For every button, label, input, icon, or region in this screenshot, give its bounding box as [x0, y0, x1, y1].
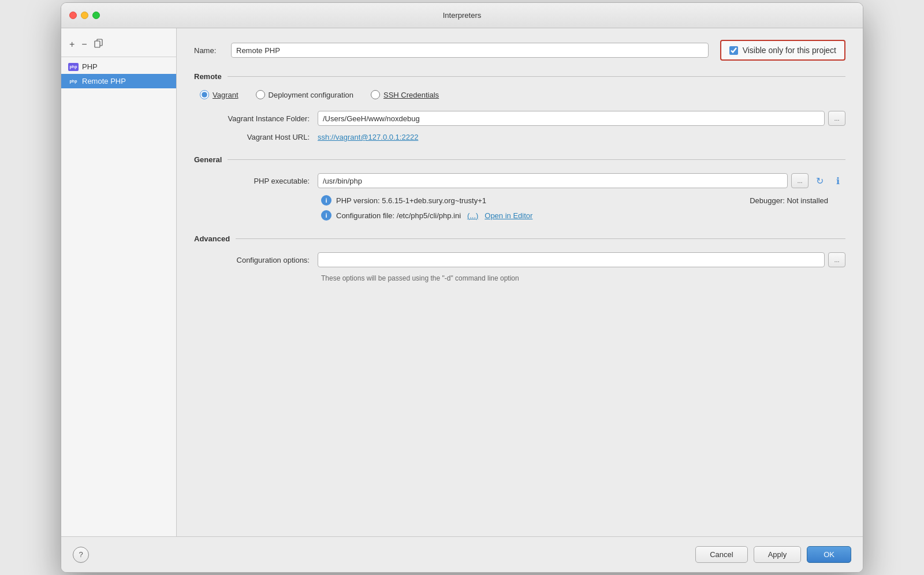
visible-only-label: Visible only for this project [743, 46, 836, 55]
advanced-section-header: Advanced [194, 234, 845, 243]
vagrant-radio[interactable] [200, 90, 209, 99]
ssh-radio-label: SSH Credentials [383, 91, 439, 99]
traffic-lights [69, 12, 100, 19]
visible-only-checkbox[interactable] [729, 46, 738, 55]
php-executable-input[interactable]: /usr/bin/php [318, 173, 788, 188]
sidebar-item-php-label: PHP [82, 62, 98, 71]
config-options-row: Configuration options: ... [194, 252, 845, 267]
config-file-info-icon: i [321, 210, 331, 221]
info-button[interactable]: ℹ [830, 173, 845, 188]
vagrant-instance-folder-row: Vagrant Instance Folder: /Users/GeeH/www… [194, 111, 845, 126]
php-version-row: i PHP version: 5.6.15-1+deb.sury.org~tru… [194, 195, 845, 206]
window-body: + − php PHP php Remote PHP [61, 28, 863, 536]
apply-button[interactable]: Apply [754, 546, 802, 563]
vagrant-instance-folder-input[interactable]: /Users/GeeH/www/noxdebug [318, 111, 825, 126]
maximize-button[interactable] [92, 12, 100, 19]
config-options-input[interactable] [318, 252, 825, 267]
general-section-header: General [194, 155, 845, 164]
close-button[interactable] [69, 12, 77, 19]
deployment-radio-option[interactable]: Deployment configuration [256, 90, 353, 99]
ssh-radio[interactable] [371, 90, 380, 99]
vagrant-instance-folder-input-container: /Users/GeeH/www/noxdebug ... [318, 111, 845, 126]
cancel-button[interactable]: Cancel [695, 546, 747, 563]
sidebar-toolbar: + − [61, 34, 176, 57]
advanced-section: Advanced Configuration options: ... Thes… [194, 234, 845, 282]
vagrant-host-url-value-container: ssh://vagrant@127.0.0.1:2222 [318, 133, 845, 141]
vagrant-host-url-row: Vagrant Host URL: ssh://vagrant@127.0.0.… [194, 133, 845, 141]
config-file-text: Configuration file: /etc/php5/cli/php.in… [336, 211, 845, 220]
php-icon: php [68, 63, 79, 71]
name-row: Name: Remote PHP [194, 43, 709, 58]
minimize-button[interactable] [81, 12, 88, 19]
remote-section: Remote Vagrant Deployment configuration [194, 72, 845, 141]
php-executable-browse-button[interactable]: ... [791, 173, 808, 188]
main-content: Name: Remote PHP Visible only for this p… [177, 28, 863, 536]
visible-only-container: Visible only for this project [720, 40, 845, 61]
ok-button[interactable]: OK [807, 546, 851, 563]
general-section-title: General [194, 155, 222, 164]
add-interpreter-button[interactable]: + [67, 39, 77, 50]
ssh-radio-option[interactable]: SSH Credentials [371, 90, 439, 99]
config-options-browse-button[interactable]: ... [828, 252, 845, 267]
help-button[interactable]: ? [73, 547, 89, 563]
general-section-line [228, 159, 845, 160]
vagrant-radio-label: Vagrant [213, 91, 239, 99]
vagrant-host-url-value[interactable]: ssh://vagrant@127.0.0.1:2222 [318, 133, 418, 141]
sidebar-item-php[interactable]: php PHP [61, 59, 176, 74]
name-label: Name: [194, 46, 223, 55]
interpreters-window: Interpreters + − php PHP php Re [61, 2, 863, 573]
bottom-bar: ? Cancel Apply OK [61, 536, 863, 572]
sidebar: + − php PHP php Remote PHP [61, 28, 177, 536]
svg-rect-1 [95, 41, 100, 47]
php-executable-input-container: /usr/bin/php ... ↻ ℹ [318, 173, 845, 188]
action-buttons: Cancel Apply OK [695, 546, 851, 563]
deployment-radio-label: Deployment configuration [269, 91, 353, 99]
general-section: General PHP executable: /usr/bin/php ...… [194, 155, 845, 221]
remote-section-title: Remote [194, 72, 222, 81]
config-options-label: Configuration options: [194, 256, 310, 264]
vagrant-host-url-label: Vagrant Host URL: [194, 133, 310, 141]
deployment-radio[interactable] [256, 90, 265, 99]
php-executable-row: PHP executable: /usr/bin/php ... ↻ ℹ [194, 173, 845, 188]
titlebar: Interpreters [61, 3, 863, 28]
copy-interpreter-button[interactable] [92, 38, 106, 51]
sidebar-item-remote-php[interactable]: php Remote PHP [61, 74, 176, 88]
config-file-link[interactable]: (...) [467, 211, 479, 220]
php-version-text: PHP version: 5.6.15-1+deb.sury.org~trust… [336, 196, 745, 205]
config-file-label: Configuration file: /etc/php5/cli/php.in… [336, 211, 461, 220]
config-options-hint: These options will be passed using the "… [321, 274, 519, 282]
debugger-status-text: Debugger: Not installed [750, 196, 845, 205]
php-version-info-icon: i [321, 195, 331, 206]
php-icon-remote: php [68, 77, 79, 85]
window-title: Interpreters [443, 11, 481, 20]
advanced-section-title: Advanced [194, 234, 230, 243]
config-file-row: i Configuration file: /etc/php5/cli/php.… [194, 210, 845, 221]
vagrant-instance-folder-label: Vagrant Instance Folder: [194, 114, 310, 123]
vagrant-instance-folder-browse-button[interactable]: ... [828, 111, 845, 126]
remove-interpreter-button[interactable]: − [79, 39, 89, 50]
vagrant-radio-option[interactable]: Vagrant [200, 90, 239, 99]
config-options-input-container: ... [318, 252, 845, 267]
remote-section-header: Remote [194, 72, 845, 81]
name-input[interactable]: Remote PHP [231, 43, 709, 58]
refresh-button[interactable]: ↻ [812, 173, 827, 188]
php-executable-label: PHP executable: [194, 177, 310, 185]
header-row: Name: Remote PHP Visible only for this p… [194, 40, 845, 61]
remote-section-line [228, 76, 845, 77]
open-in-editor-link[interactable]: Open in Editor [485, 211, 532, 220]
remote-radio-group: Vagrant Deployment configuration SSH Cre… [194, 90, 845, 99]
sidebar-item-remote-php-label: Remote PHP [82, 77, 126, 85]
advanced-section-line [236, 238, 845, 239]
